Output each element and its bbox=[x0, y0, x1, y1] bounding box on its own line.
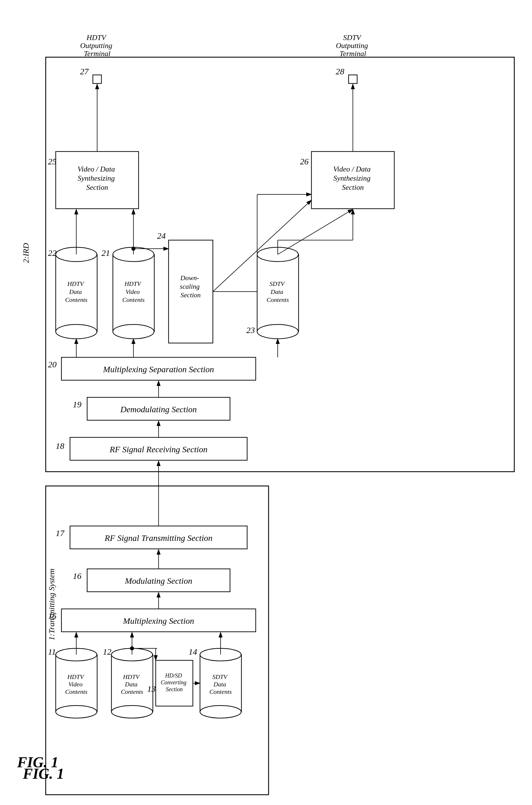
num-27: 27 bbox=[80, 67, 89, 76]
num-23: 23 bbox=[246, 325, 255, 335]
num-21: 21 bbox=[101, 248, 110, 258]
svg-point-10 bbox=[200, 706, 241, 718]
cylinder-14: SDTV Data Contents bbox=[200, 648, 242, 718]
svg-text:Demodulating Section: Demodulating Section bbox=[120, 405, 196, 414]
num-19: 19 bbox=[73, 400, 81, 409]
num-20: 20 bbox=[48, 360, 57, 369]
svg-point-21 bbox=[56, 324, 97, 339]
terminal-28-label: SDTV Outputting Terminal bbox=[336, 34, 370, 58]
svg-point-6 bbox=[111, 706, 153, 718]
svg-point-25 bbox=[113, 324, 154, 339]
num-25: 25 bbox=[48, 157, 57, 166]
svg-text:RF Signal Receiving Section: RF Signal Receiving Section bbox=[110, 445, 207, 454]
svg-line-58 bbox=[278, 209, 353, 255]
svg-text:RF Signal Transmitting Section: RF Signal Transmitting Section bbox=[104, 533, 213, 543]
num-16: 16 bbox=[73, 571, 81, 581]
terminal-27-label: HDTV Outputting Terminal bbox=[80, 34, 114, 58]
num-18: 18 bbox=[56, 441, 64, 451]
svg-text:Multiplexing Section: Multiplexing Section bbox=[122, 616, 194, 625]
svg-text:Modulating Section: Modulating Section bbox=[125, 576, 192, 585]
svg-point-29 bbox=[257, 324, 298, 339]
transmitting-system-label: 1:Transmitting System bbox=[47, 568, 56, 640]
ird-label: 2:IRD bbox=[21, 243, 30, 263]
fig-label-text: FIG. 1 bbox=[23, 765, 64, 782]
num-17: 17 bbox=[56, 528, 65, 538]
num-13: 13 bbox=[147, 684, 156, 693]
cylinder-21: HDTV Video Contents bbox=[113, 247, 154, 339]
cylinder-22: HDTV Data Contents bbox=[56, 247, 97, 339]
svg-text:HDTV
        Video
        Con: HDTV Video Contents bbox=[122, 280, 145, 303]
num-14: 14 bbox=[189, 647, 197, 656]
terminal-28 bbox=[348, 75, 357, 83]
num-24: 24 bbox=[157, 231, 166, 240]
num-22: 22 bbox=[48, 248, 57, 258]
svg-text:HDTV
        Video
        Con: HDTV Video Contents bbox=[65, 673, 88, 695]
svg-point-2 bbox=[56, 706, 97, 718]
cylinder-23: SDTV Data Contents bbox=[257, 247, 299, 339]
terminal-27 bbox=[93, 75, 101, 83]
cylinder-11: HDTV Video Contents bbox=[56, 648, 97, 718]
svg-text:Multiplexing Separation Sectio: Multiplexing Separation Section bbox=[103, 364, 214, 374]
cylinder-12: HDTV Data Contents bbox=[111, 648, 153, 718]
diagram-svg: HDTV Video Contents HDTV Data Contents S… bbox=[0, 0, 532, 805]
page: FIG. 1 HDTV Video Contents HDTV bbox=[0, 0, 532, 805]
num-28: 28 bbox=[336, 67, 344, 76]
num-11: 11 bbox=[48, 647, 56, 656]
svg-text:Down-
      scaling
      Sect: Down- scaling Section bbox=[180, 274, 201, 299]
num-26: 26 bbox=[300, 157, 308, 166]
num-12: 12 bbox=[103, 647, 111, 656]
